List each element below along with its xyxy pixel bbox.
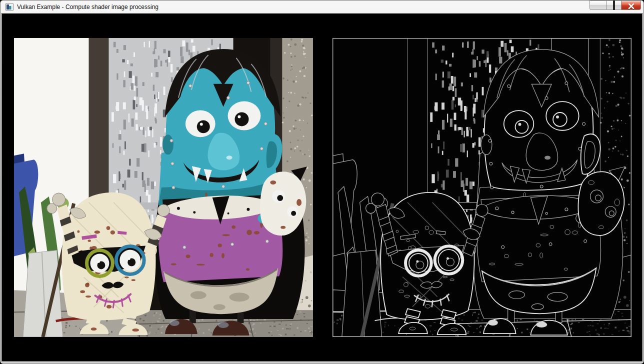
window-title: Vulkan Example - Compute shader image pr… xyxy=(17,4,158,10)
app-icon xyxy=(6,3,14,11)
minimize-button[interactable] xyxy=(590,0,606,10)
maximize-button[interactable] xyxy=(606,0,622,10)
window-controls xyxy=(590,0,641,10)
vulkan-example-window: Vulkan Example - Compute shader image pr… xyxy=(0,0,644,364)
original-photo-image xyxy=(14,38,313,337)
client-area xyxy=(2,14,642,361)
edge-detected-image-panel xyxy=(332,38,632,337)
titlebar[interactable]: Vulkan Example - Compute shader image pr… xyxy=(0,0,644,14)
close-icon xyxy=(628,4,634,9)
close-button[interactable] xyxy=(622,0,641,10)
original-image-panel xyxy=(14,38,313,337)
compute-shader-edge-output-image xyxy=(333,38,631,336)
maximize-icon xyxy=(613,0,615,10)
